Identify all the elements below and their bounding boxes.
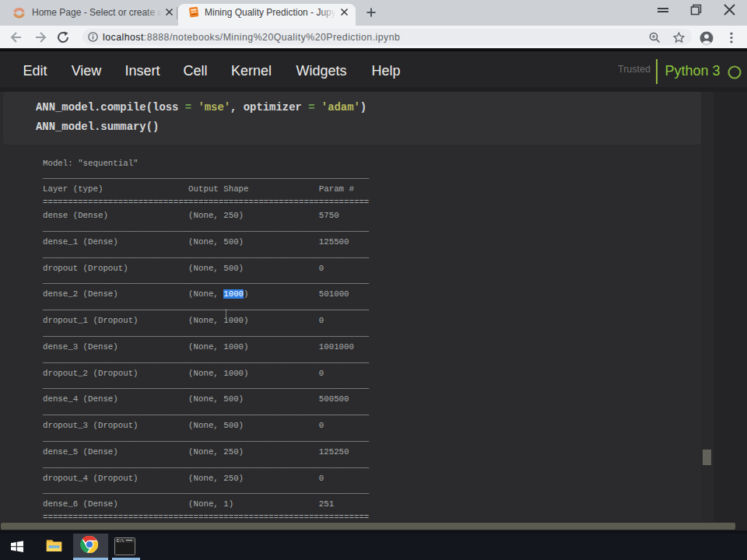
svg-text:C:\: C:\ (117, 539, 124, 544)
